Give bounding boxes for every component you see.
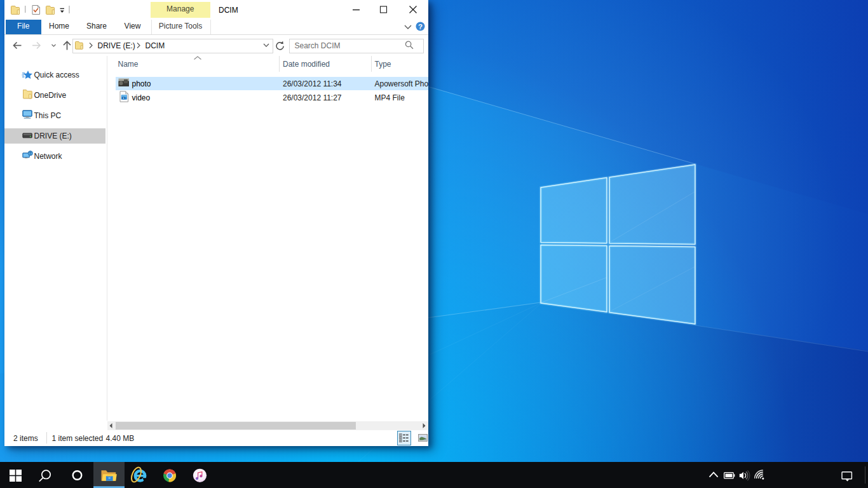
svg-text:?: ? xyxy=(418,23,423,30)
